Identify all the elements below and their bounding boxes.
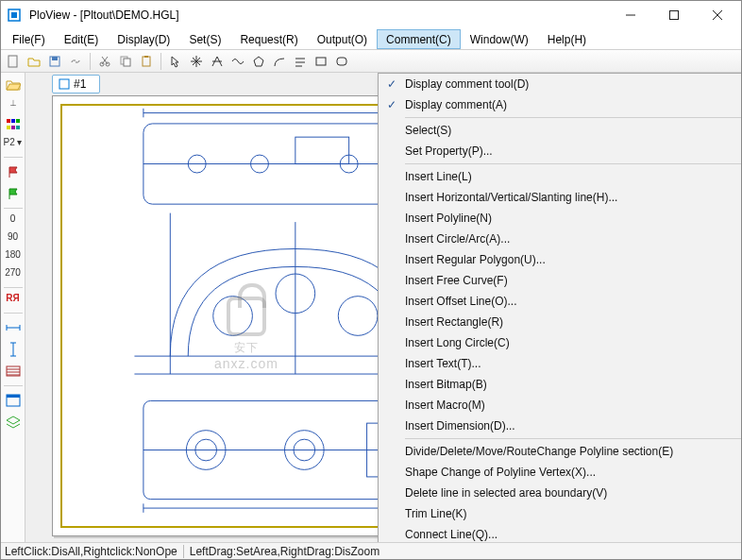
menu-item[interactable]: Insert Free Curve(F) xyxy=(379,270,741,291)
paste-icon[interactable] xyxy=(138,53,155,70)
menu-item[interactable]: Insert Line(L) xyxy=(379,166,741,187)
menu-item-label: Divide/Delete/Move/RouteChange Polyline … xyxy=(405,445,673,458)
menu-item-label: Insert Bitmap(B) xyxy=(405,378,487,391)
hatch-icon[interactable] xyxy=(4,362,23,381)
rot-90[interactable]: 90 xyxy=(8,231,18,246)
toolbar xyxy=(1,50,741,73)
p2-label[interactable]: P2 ▾ xyxy=(3,137,22,152)
maximize-button[interactable] xyxy=(652,1,696,29)
menu-item-label: Insert Circle/Arc(A)... xyxy=(405,232,510,246)
menu-item-label: Insert Free Curve(F) xyxy=(405,274,508,287)
menu-item-label: Shape Change of Polyline Vertex(X)... xyxy=(405,466,596,479)
menu-separator xyxy=(405,117,741,118)
ruler-label: ⟂ xyxy=(10,97,16,112)
menu-request[interactable]: Request(R) xyxy=(230,29,307,49)
svg-rect-20 xyxy=(7,126,10,129)
menu-item[interactable]: Insert Long Circle(C) xyxy=(379,332,741,353)
menu-item-label: Connect Line(Q)... xyxy=(405,528,497,541)
menu-item[interactable]: Insert Dimension(D)... xyxy=(379,416,741,436)
flag-red-icon[interactable] xyxy=(4,162,23,181)
svg-point-42 xyxy=(338,297,378,336)
wave-icon[interactable] xyxy=(229,53,246,70)
menu-item[interactable]: Select(S) xyxy=(379,120,741,141)
cross-icon[interactable] xyxy=(188,53,205,70)
dim-v-icon[interactable] xyxy=(4,340,23,359)
layers-icon[interactable] xyxy=(4,413,23,432)
menu-item[interactable]: ✓Display comment tool(D) xyxy=(379,74,741,94)
menu-file[interactable]: File(F) xyxy=(3,29,55,49)
svg-rect-26 xyxy=(59,79,69,89)
menu-item[interactable]: Insert Polyline(N) xyxy=(379,208,741,229)
window-buttons xyxy=(609,1,739,29)
menu-item-label: Insert Text(T)... xyxy=(405,357,481,370)
levels-icon[interactable] xyxy=(4,115,23,134)
close-button[interactable] xyxy=(696,1,739,29)
offset-icon[interactable] xyxy=(292,53,309,70)
new-icon[interactable] xyxy=(5,53,22,70)
rot-180[interactable]: 180 xyxy=(5,249,21,264)
svg-rect-8 xyxy=(52,57,58,60)
flag-green-icon[interactable] xyxy=(4,184,23,203)
menu-comment[interactable]: Comment(C) xyxy=(377,29,461,49)
menu-display[interactable]: Display(D) xyxy=(108,29,179,49)
menu-item-label: Insert Regular Polygon(U)... xyxy=(405,253,546,266)
folder-open-icon[interactable] xyxy=(4,76,23,94)
menu-window[interactable]: Window(W) xyxy=(461,29,538,49)
menu-item-label: Select(S) xyxy=(405,124,451,137)
open-icon[interactable] xyxy=(25,53,42,70)
menu-item-label: Insert Horizontal/Vertical/Slanting line… xyxy=(405,191,617,204)
menu-help[interactable]: Help(H) xyxy=(538,29,596,49)
canvas-area: #1 xyxy=(25,73,741,542)
rot-270[interactable]: 270 xyxy=(5,267,21,282)
menu-set[interactable]: Set(S) xyxy=(179,29,230,49)
save-icon[interactable] xyxy=(46,53,63,70)
menu-item[interactable]: Insert Bitmap(B) xyxy=(379,374,741,395)
menu-item[interactable]: Insert Regular Polygon(U)... xyxy=(379,249,741,270)
pentagon-icon[interactable] xyxy=(250,53,267,70)
menu-item[interactable]: Insert Circle/Arc(A)... xyxy=(379,229,741,249)
menu-edit[interactable]: Edit(E) xyxy=(55,29,109,49)
svg-rect-17 xyxy=(7,119,10,123)
svg-rect-19 xyxy=(16,119,20,123)
angle-icon[interactable] xyxy=(209,53,226,70)
menu-item[interactable]: Shape Change of Polyline Vertex(X)... xyxy=(379,462,741,483)
menu-item[interactable]: Insert Rectangle(R) xyxy=(379,312,741,332)
menu-item[interactable]: Divide/Delete/Move/RouteChange Polyline … xyxy=(379,441,741,462)
menu-item-label: Insert Long Circle(C) xyxy=(405,336,510,349)
rot-0[interactable]: 0 xyxy=(10,213,16,229)
svg-rect-6 xyxy=(8,56,17,67)
separator xyxy=(90,53,91,70)
menu-item[interactable]: Connect Line(Q)... xyxy=(379,524,741,542)
copy-icon[interactable] xyxy=(117,53,134,70)
curve-icon[interactable] xyxy=(271,53,288,70)
menu-item[interactable]: Insert Offset Line(O)... xyxy=(379,291,741,312)
menu-item[interactable]: Insert Text(T)... xyxy=(379,353,741,374)
pointer-icon[interactable] xyxy=(167,53,184,70)
menu-item[interactable]: Insert Horizontal/Vertical/Slanting line… xyxy=(379,187,741,208)
doc-tab-icon xyxy=(59,78,70,90)
menu-item-label: Insert Rectangle(R) xyxy=(405,315,503,329)
rounded-rect-icon[interactable] xyxy=(333,53,350,70)
mirror-label[interactable]: RЯ xyxy=(6,293,19,308)
menu-item[interactable]: ✓Display comment(A) xyxy=(379,94,741,115)
document-tab[interactable]: #1 xyxy=(52,75,100,93)
minimize-button[interactable] xyxy=(609,1,652,29)
menu-item[interactable]: Insert Macro(M) xyxy=(379,395,741,416)
menu-item[interactable]: Trim Line(K) xyxy=(379,503,741,524)
svg-rect-1 xyxy=(11,12,17,18)
menu-item-label: Display comment(A) xyxy=(405,98,507,111)
link-icon[interactable] xyxy=(67,53,84,70)
menu-item[interactable]: Set Property(P)... xyxy=(379,141,741,161)
window-icon[interactable] xyxy=(4,391,23,410)
menu-separator xyxy=(405,163,741,164)
svg-rect-21 xyxy=(11,126,15,129)
dim-h-icon[interactable] xyxy=(4,318,23,337)
rect-icon[interactable] xyxy=(312,53,329,70)
comment-dropdown: ✓Display comment tool(D)✓Display comment… xyxy=(378,73,741,542)
check-icon: ✓ xyxy=(384,77,399,91)
svg-rect-14 xyxy=(144,56,148,58)
cut-icon[interactable] xyxy=(96,53,113,70)
svg-rect-16 xyxy=(337,58,346,65)
menu-item[interactable]: Delete line in selected area boundary(V) xyxy=(379,483,741,503)
menu-output[interactable]: Output(O) xyxy=(308,29,377,49)
